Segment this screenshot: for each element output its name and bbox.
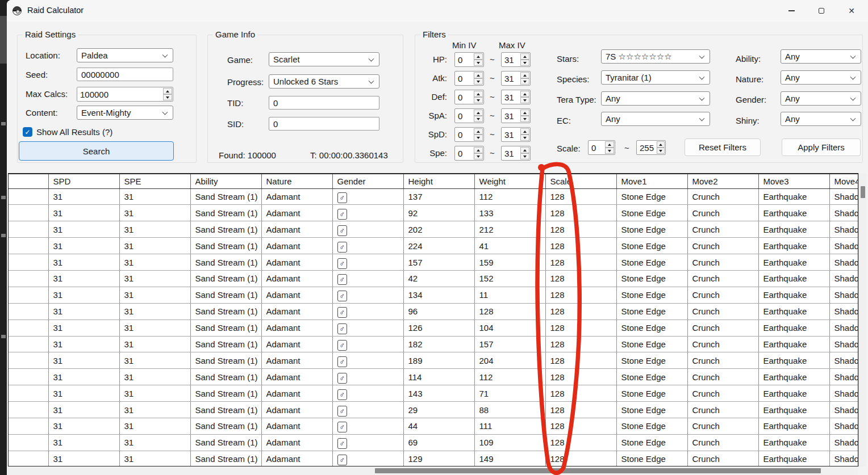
vertical-scrollbar-thumb[interactable] xyxy=(861,186,865,198)
cell-gender[interactable]: ♂ xyxy=(332,205,403,221)
atk-min-stepper[interactable]: 0 xyxy=(454,71,484,86)
cell-height[interactable]: 126 xyxy=(403,320,474,336)
reset-filters-button[interactable]: Reset Filters xyxy=(685,138,761,156)
column-header-ability[interactable]: Ability xyxy=(190,174,261,188)
spin-down-button[interactable] xyxy=(163,94,172,100)
cell-move1[interactable]: Stone Edge xyxy=(616,352,687,369)
spin-down-button[interactable] xyxy=(657,148,665,154)
cell-scale[interactable]: 128 xyxy=(545,320,616,336)
cell-scale[interactable]: 128 xyxy=(545,451,616,466)
cell-spd[interactable]: 31 xyxy=(48,369,119,385)
cell-height[interactable]: 96 xyxy=(403,303,474,320)
cell-spe[interactable]: 31 xyxy=(119,238,190,254)
cell-move2[interactable]: Crunch xyxy=(687,320,758,336)
hp-max-stepper[interactable]: 31 xyxy=(501,52,531,67)
cell-scale[interactable]: 128 xyxy=(545,352,616,369)
cell-move3[interactable]: Earthquake xyxy=(758,303,829,320)
cell-move2[interactable]: Crunch xyxy=(687,221,758,238)
column-header-move2[interactable]: Move2 xyxy=(687,174,758,188)
cell-spe[interactable]: 31 xyxy=(119,451,190,466)
spin-up-button[interactable] xyxy=(520,128,529,134)
spin-down-button[interactable] xyxy=(474,60,483,66)
sid-input[interactable]: 0 xyxy=(269,117,379,131)
apply-filters-button[interactable]: Apply Filters xyxy=(782,138,861,156)
row-header-cell[interactable] xyxy=(9,221,48,238)
cell-move1[interactable]: Stone Edge xyxy=(616,221,687,238)
cell-ability[interactable]: Sand Stream (1) xyxy=(190,188,261,205)
cell-nature[interactable]: Adamant xyxy=(261,451,332,466)
cell-move2[interactable]: Crunch xyxy=(687,238,758,254)
cell-gender[interactable]: ♂ xyxy=(332,320,403,336)
cell-weight[interactable]: 149 xyxy=(474,451,545,466)
cell-move4[interactable]: Shadow xyxy=(829,270,858,287)
cell-spd[interactable]: 31 xyxy=(48,205,119,221)
row-header-column[interactable] xyxy=(9,174,48,188)
cell-move1[interactable]: Stone Edge xyxy=(616,287,687,303)
cell-scale[interactable]: 128 xyxy=(545,254,616,271)
spd-max-stepper[interactable]: 31 xyxy=(501,127,531,142)
cell-ability[interactable]: Sand Stream (1) xyxy=(190,238,261,254)
cell-move1[interactable]: Stone Edge xyxy=(616,451,687,466)
cell-move3[interactable]: Earthquake xyxy=(758,418,829,434)
location-select[interactable]: Paldea xyxy=(77,48,173,62)
cell-gender[interactable]: ♂ xyxy=(332,434,403,451)
cell-move3[interactable]: Earthquake xyxy=(758,434,829,451)
cell-scale[interactable]: 128 xyxy=(545,336,616,352)
cell-gender[interactable]: ♂ xyxy=(332,418,403,434)
cell-move3[interactable]: Earthquake xyxy=(758,254,829,271)
ec-select[interactable]: Any xyxy=(601,112,710,126)
cell-spe[interactable]: 31 xyxy=(119,402,190,418)
spin-down-button[interactable] xyxy=(474,97,483,103)
cell-scale[interactable]: 128 xyxy=(545,303,616,320)
spin-down-button[interactable] xyxy=(520,134,529,141)
cell-weight[interactable]: 11 xyxy=(474,287,545,303)
cell-move3[interactable]: Earthquake xyxy=(758,287,829,303)
results-table[interactable]: SPDSPEAbilityNatureGenderHeightWeightSca… xyxy=(8,173,858,466)
cell-spd[interactable]: 31 xyxy=(48,254,119,271)
cell-move4[interactable]: Shadow xyxy=(829,402,858,418)
max-calcs-stepper[interactable]: 100000 xyxy=(77,87,173,102)
cell-spd[interactable]: 31 xyxy=(48,188,119,205)
horizontal-scrollbar[interactable] xyxy=(8,466,858,475)
spin-up-button[interactable] xyxy=(520,91,529,97)
cell-move4[interactable]: Shadow xyxy=(829,188,858,205)
spin-down-button[interactable] xyxy=(520,78,529,85)
cell-move1[interactable]: Stone Edge xyxy=(616,385,687,402)
cell-move4[interactable]: Shadow xyxy=(829,434,858,451)
cell-nature[interactable]: Adamant xyxy=(261,205,332,221)
cell-height[interactable]: 182 xyxy=(403,336,474,352)
cell-weight[interactable]: 71 xyxy=(474,385,545,402)
cell-ability[interactable]: Sand Stream (1) xyxy=(190,385,261,402)
cell-weight[interactable]: 111 xyxy=(474,418,545,434)
cell-scale[interactable]: 128 xyxy=(545,221,616,238)
cell-spe[interactable]: 31 xyxy=(119,205,190,221)
cell-weight[interactable]: 204 xyxy=(474,352,545,369)
cell-nature[interactable]: Adamant xyxy=(261,402,332,418)
cell-scale[interactable]: 128 xyxy=(545,238,616,254)
cell-scale[interactable]: 128 xyxy=(545,385,616,402)
cell-move4[interactable]: Shadow xyxy=(829,238,858,254)
cell-gender[interactable]: ♂ xyxy=(332,270,403,287)
cell-move1[interactable]: Stone Edge xyxy=(616,254,687,271)
cell-scale[interactable]: 128 xyxy=(545,188,616,205)
cell-move2[interactable]: Crunch xyxy=(687,254,758,271)
cell-move1[interactable]: Stone Edge xyxy=(616,320,687,336)
spin-up-button[interactable] xyxy=(520,72,529,78)
cell-move3[interactable]: Earthquake xyxy=(758,451,829,466)
cell-height[interactable]: 92 xyxy=(403,205,474,221)
column-header-move4[interactable]: Move4 xyxy=(829,174,858,188)
cell-move2[interactable]: Crunch xyxy=(687,303,758,320)
cell-move2[interactable]: Crunch xyxy=(687,451,758,466)
cell-nature[interactable]: Adamant xyxy=(261,418,332,434)
cell-move2[interactable]: Crunch xyxy=(687,287,758,303)
cell-move2[interactable]: Crunch xyxy=(687,336,758,352)
spin-up-button[interactable] xyxy=(657,141,665,148)
search-button[interactable]: Search xyxy=(19,141,174,161)
cell-height[interactable]: 129 xyxy=(403,451,474,466)
cell-move1[interactable]: Stone Edge xyxy=(616,369,687,385)
species-select[interactable]: Tyranitar (1) xyxy=(601,70,710,85)
cell-height[interactable]: 224 xyxy=(403,238,474,254)
cell-move2[interactable]: Crunch xyxy=(687,205,758,221)
cell-spd[interactable]: 31 xyxy=(48,303,119,320)
cell-height[interactable]: 114 xyxy=(403,369,474,385)
